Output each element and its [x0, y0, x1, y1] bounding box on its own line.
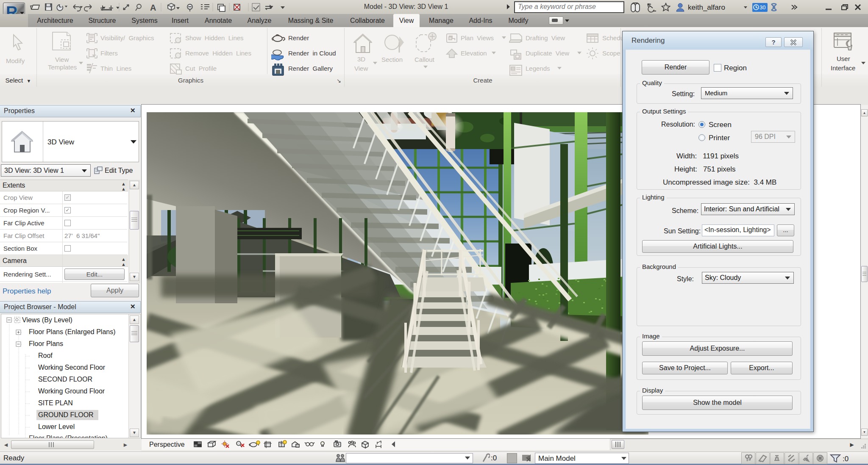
svg-text:keith_alfaro: keith_alfaro [688, 3, 725, 11]
svg-text:30: 30 [760, 4, 765, 11]
svg-text:A: A [150, 3, 156, 12]
